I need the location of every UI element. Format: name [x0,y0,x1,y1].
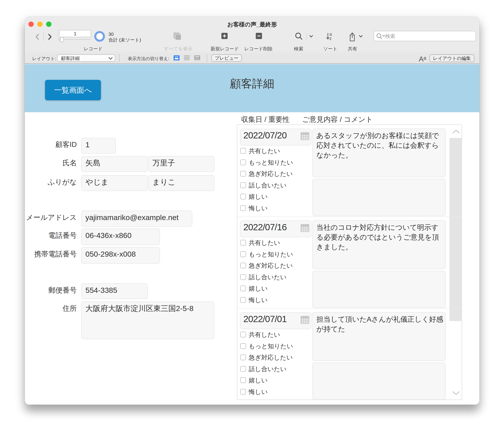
svg-text:z: z [329,36,332,41]
